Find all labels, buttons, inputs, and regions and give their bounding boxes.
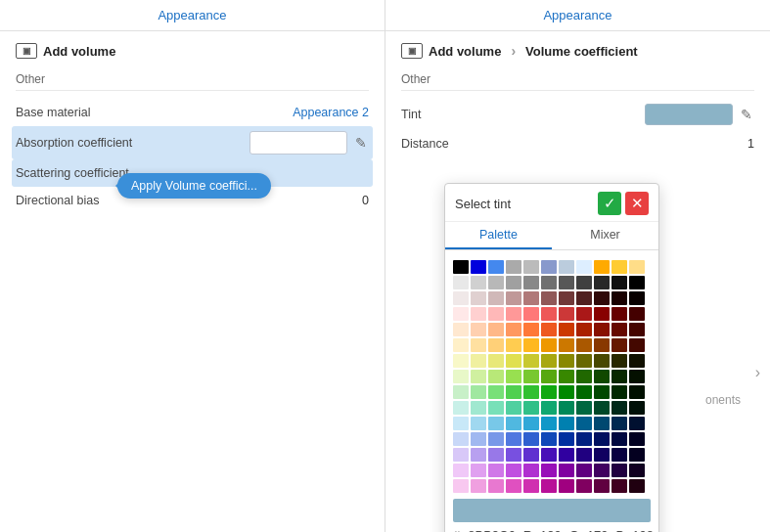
color-cell[interactable]: [594, 354, 610, 368]
color-cell[interactable]: [576, 432, 592, 446]
color-cell[interactable]: [506, 417, 521, 430]
color-cell[interactable]: [471, 432, 486, 446]
color-cell[interactable]: [471, 479, 486, 493]
color-cell[interactable]: [453, 307, 469, 321]
color-cell[interactable]: [523, 417, 539, 430]
color-cell[interactable]: [594, 417, 610, 430]
color-cell[interactable]: [506, 464, 521, 477]
color-cell[interactable]: [523, 338, 539, 352]
color-cell[interactable]: [471, 370, 486, 383]
color-cell[interactable]: [594, 260, 610, 274]
color-cell[interactable]: [576, 291, 592, 305]
color-cell[interactable]: [453, 432, 469, 446]
color-cell[interactable]: [471, 260, 486, 274]
color-cell[interactable]: [506, 307, 521, 321]
color-cell[interactable]: [541, 385, 557, 399]
color-cell[interactable]: [471, 464, 486, 477]
color-cell[interactable]: [576, 401, 592, 415]
color-cell[interactable]: [629, 276, 645, 289]
color-cell[interactable]: [488, 370, 504, 383]
color-cell[interactable]: [611, 260, 627, 274]
color-cell[interactable]: [629, 385, 645, 399]
color-cell[interactable]: [594, 432, 610, 446]
color-cell[interactable]: [506, 260, 521, 274]
color-cell[interactable]: [559, 291, 574, 305]
color-cell[interactable]: [471, 385, 486, 399]
color-cell[interactable]: [594, 323, 610, 336]
color-cell[interactable]: [576, 417, 592, 430]
color-cell[interactable]: [541, 260, 557, 274]
color-cell[interactable]: [506, 432, 521, 446]
color-cell[interactable]: [559, 417, 574, 430]
color-cell[interactable]: [559, 448, 574, 462]
color-cell[interactable]: [629, 323, 645, 336]
color-cell[interactable]: [594, 479, 610, 493]
color-cell[interactable]: [453, 338, 469, 352]
color-cell[interactable]: [541, 354, 557, 368]
color-cell[interactable]: [453, 276, 469, 289]
color-cell[interactable]: [488, 385, 504, 399]
color-cell[interactable]: [559, 260, 574, 274]
color-cell[interactable]: [559, 276, 574, 289]
color-cell[interactable]: [594, 448, 610, 462]
color-cell[interactable]: [576, 323, 592, 336]
color-cell[interactable]: [629, 479, 645, 493]
color-cell[interactable]: [611, 291, 627, 305]
color-cell[interactable]: [523, 291, 539, 305]
color-cell[interactable]: [576, 370, 592, 383]
color-cell[interactable]: [523, 276, 539, 289]
color-cell[interactable]: [471, 323, 486, 336]
color-cell[interactable]: [506, 323, 521, 336]
color-cell[interactable]: [453, 464, 469, 477]
color-cell[interactable]: [629, 291, 645, 305]
color-cell[interactable]: [471, 401, 486, 415]
color-cell[interactable]: [506, 479, 521, 493]
color-cell[interactable]: [559, 323, 574, 336]
color-cell[interactable]: [506, 338, 521, 352]
color-cell[interactable]: [523, 401, 539, 415]
color-cell[interactable]: [611, 432, 627, 446]
color-cell[interactable]: [488, 448, 504, 462]
tab-mixer[interactable]: Mixer: [552, 222, 658, 249]
color-cell[interactable]: [559, 385, 574, 399]
color-cell[interactable]: [541, 432, 557, 446]
absorption-input[interactable]: [249, 131, 347, 155]
color-cell[interactable]: [506, 354, 521, 368]
color-cell[interactable]: [629, 432, 645, 446]
color-cell[interactable]: [576, 338, 592, 352]
color-cell[interactable]: [594, 291, 610, 305]
color-cell[interactable]: [488, 338, 504, 352]
color-cell[interactable]: [453, 323, 469, 336]
color-cell[interactable]: [629, 307, 645, 321]
color-cell[interactable]: [611, 338, 627, 352]
color-cell[interactable]: [471, 338, 486, 352]
color-cell[interactable]: [576, 354, 592, 368]
color-cell[interactable]: [523, 370, 539, 383]
color-cell[interactable]: [488, 417, 504, 430]
color-cell[interactable]: [541, 464, 557, 477]
color-cell[interactable]: [594, 276, 610, 289]
color-cell[interactable]: [471, 291, 486, 305]
color-cell[interactable]: [453, 354, 469, 368]
color-cell[interactable]: [559, 370, 574, 383]
color-cell[interactable]: [576, 479, 592, 493]
color-cell[interactable]: [576, 464, 592, 477]
chevron-expand[interactable]: ›: [755, 364, 760, 381]
color-cell[interactable]: [576, 307, 592, 321]
color-cell[interactable]: [629, 448, 645, 462]
color-cell[interactable]: [594, 307, 610, 321]
color-cell[interactable]: [629, 464, 645, 477]
color-cell[interactable]: [506, 448, 521, 462]
color-cell[interactable]: [506, 370, 521, 383]
color-cell[interactable]: [611, 323, 627, 336]
color-cell[interactable]: [453, 370, 469, 383]
color-cell[interactable]: [488, 323, 504, 336]
color-cell[interactable]: [629, 338, 645, 352]
color-cell[interactable]: [488, 479, 504, 493]
color-cell[interactable]: [576, 385, 592, 399]
tab-palette[interactable]: Palette: [445, 222, 552, 249]
color-cell[interactable]: [629, 354, 645, 368]
color-cell[interactable]: [453, 385, 469, 399]
color-cell[interactable]: [523, 385, 539, 399]
color-cell[interactable]: [488, 432, 504, 446]
